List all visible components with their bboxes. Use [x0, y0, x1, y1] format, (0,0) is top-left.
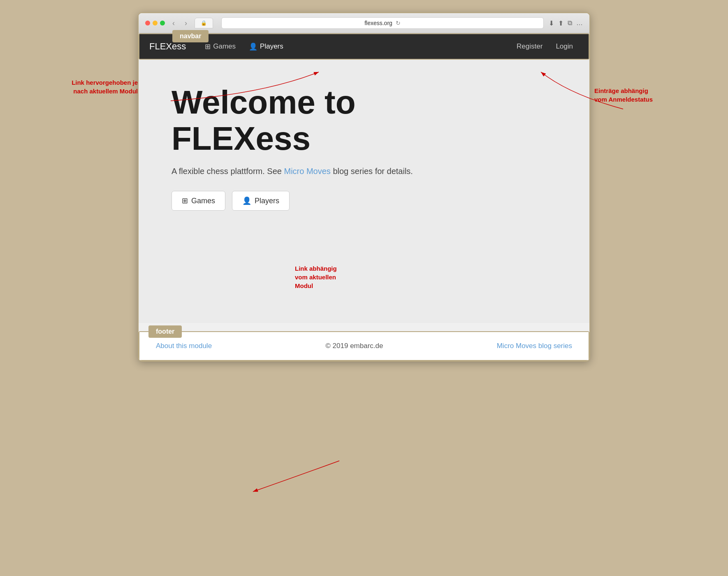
register-link[interactable]: Register [511, 39, 548, 54]
browser-tabs: 🔒 [195, 18, 213, 28]
nav-games-label: Games [213, 42, 236, 51]
footer-wrapper: footer About this module © 2019 embarc.d… [139, 331, 589, 361]
copyright-text: © 2019 embarc.de [325, 342, 383, 350]
annotation-left: Link hervorgehoben je nach aktuellem Mod… [56, 78, 138, 95]
minimize-button[interactable] [153, 21, 158, 26]
action-buttons: ⊞ Games 👤 Players [172, 191, 501, 211]
games-icon: ⊞ [205, 42, 211, 51]
navbar-nav: ⊞ Games 👤 Players [199, 39, 511, 54]
games-btn-label: Games [191, 197, 215, 205]
forward-button[interactable]: › [182, 18, 190, 28]
menu-icon[interactable]: … [576, 19, 583, 27]
login-link[interactable]: Login [550, 39, 579, 54]
tab-icon: 🔒 [201, 20, 207, 26]
navbar-wrapper: navbar FLEXess ⊞ Games 👤 Players Registe… [139, 33, 589, 60]
window-controls [145, 21, 165, 26]
annotation-bottom: Link abhängig vom aktuellen Modul [295, 264, 337, 290]
tabs-icon[interactable]: ⧉ [568, 19, 572, 27]
main-content: Welcome to FLEXess A flexible chess plat… [139, 60, 589, 323]
navbar-badge: navbar [172, 30, 209, 42]
back-button[interactable]: ‹ [170, 18, 177, 28]
player-icon: 👤 [249, 42, 257, 51]
welcome-section: Welcome to FLEXess A flexible chess plat… [172, 84, 501, 211]
about-module-link[interactable]: About this module [156, 342, 212, 350]
close-button[interactable] [145, 21, 150, 26]
maximize-button[interactable] [160, 21, 165, 26]
footer-badge: footer [148, 325, 182, 338]
players-btn-label: Players [255, 197, 279, 205]
browser-window: ‹ › 🔒 flexess.org ↻ ⬇ ⬆ ⧉ … navbar [138, 12, 590, 362]
download-icon[interactable]: ⬇ [549, 19, 554, 27]
annotation-right: Einträge abhängig vom Anmeldestatus [594, 86, 697, 104]
share-icon[interactable]: ⬆ [558, 19, 563, 27]
micro-moves-link[interactable]: Micro Moves [284, 167, 330, 176]
games-button[interactable]: ⊞ Games [172, 191, 225, 211]
games-btn-icon: ⊞ [182, 196, 188, 205]
browser-tab[interactable]: 🔒 [195, 18, 213, 28]
footer-border: About this module © 2019 embarc.de Micro… [139, 331, 589, 361]
players-button[interactable]: 👤 Players [232, 191, 290, 211]
players-btn-icon: 👤 [242, 196, 251, 205]
browser-actions: ⬇ ⬆ ⧉ … [549, 19, 583, 27]
footer: About this module © 2019 embarc.de Micro… [139, 332, 589, 360]
address-bar[interactable]: flexess.org ↻ [221, 17, 544, 29]
welcome-subtitle: A flexible chess plattform. See Micro Mo… [172, 167, 501, 176]
navbar-brand[interactable]: FLEXess [149, 41, 186, 52]
reload-icon[interactable]: ↻ [396, 20, 401, 26]
micro-moves-footer-link[interactable]: Micro Moves blog series [497, 342, 572, 350]
annotation-bottom-area: Link abhängig vom aktuellen Modul [295, 264, 337, 290]
nav-item-players[interactable]: 👤 Players [243, 39, 289, 54]
nav-players-label: Players [260, 42, 283, 51]
welcome-title: Welcome to FLEXess [172, 84, 501, 157]
address-text: flexess.org [364, 20, 392, 26]
navbar-right: Register Login [511, 39, 579, 54]
